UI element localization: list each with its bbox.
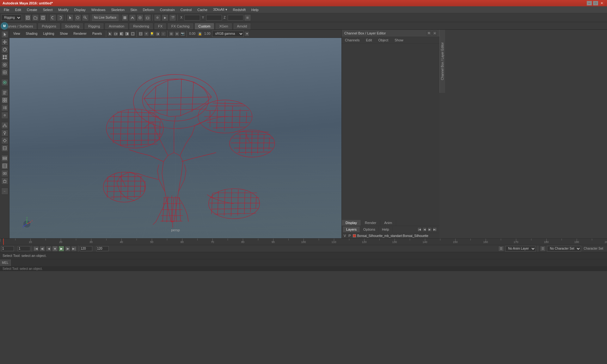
layer-name[interactable]: Bonsai_Silhouette_mb_standart:Bonsai_Sil… [357,234,428,238]
vp-select-btn[interactable] [107,31,113,36]
v-indicator[interactable]: V [343,234,346,238]
gamma-settings-btn[interactable]: ▼ [244,31,249,36]
menu-edit[interactable]: Edit [13,7,24,12]
menu-skin[interactable]: Skin [128,7,139,12]
snap-point-btn[interactable] [137,14,144,21]
viewport-renderer-menu[interactable]: Renderer [71,31,89,36]
char-set-menu-btn[interactable]: ☰ [540,246,546,252]
universal-manip-btn[interactable] [1,61,8,68]
extra-btn4[interactable] [1,178,8,185]
workspace-select[interactable]: Rigging [1,15,21,21]
menu-skeleton[interactable]: Skeleton [108,7,127,12]
vp-mode2[interactable] [125,31,130,36]
paint-select-btn[interactable] [82,14,89,21]
menu-modify[interactable]: Modify [56,7,71,12]
cb-close-btn[interactable]: ✕ [432,31,437,35]
nav-prev[interactable]: ◀ [422,227,427,232]
tab-fx[interactable]: FX [154,23,167,29]
cb-tab-channels[interactable]: Channels [342,37,363,43]
tab-rendering[interactable]: Rendering [129,23,153,29]
vp-wire-btn[interactable] [138,31,143,36]
close-button[interactable]: ✕ [599,1,604,5]
scale-tool-btn[interactable] [1,54,8,61]
extra-btn5[interactable]: – [1,188,8,195]
max-frame-input[interactable] [96,246,109,251]
menu-display[interactable]: Display [72,7,88,12]
menu-window[interactable]: Windows [89,7,108,12]
select-mode-btn[interactable] [1,31,8,38]
menu-file[interactable]: File [1,7,12,12]
rd-tab-display[interactable]: Display [342,220,361,226]
snap-curve-btn[interactable] [129,14,136,21]
xform-constraints-btn[interactable] [1,145,8,152]
extra-btn3[interactable] [1,170,8,177]
timeline-playhead[interactable] [3,239,4,245]
menu-constrain[interactable]: Constrain [157,7,177,12]
vp-snap[interactable]: ⊕ [175,31,180,36]
tab-animation[interactable]: Animation [105,23,128,29]
paint-effects-btn[interactable] [1,130,8,136]
minimize-button[interactable]: ─ [587,1,592,5]
go-to-start-btn[interactable]: |◀ [33,246,39,252]
viewport-show-menu[interactable]: Show [57,31,70,36]
redo-btn[interactable] [57,14,64,21]
z-input[interactable] [228,15,243,21]
maximize-button[interactable]: □ [593,1,598,5]
menu-3dtool[interactable]: 3DtoAll ▾ [211,7,230,12]
go-to-end-btn[interactable]: ▶| [71,246,77,252]
vp-cam[interactable]: 📷 [180,31,185,36]
ipr-render-btn[interactable]: ▶ [162,14,169,21]
range-start-input[interactable] [18,246,30,251]
outliner-btn[interactable] [1,89,8,96]
vp-light2[interactable]: 💡 [150,31,155,36]
tab-custom[interactable]: Custom [194,23,215,29]
snap-grid-btn[interactable] [121,14,128,21]
render-settings-btn[interactable]: ⚙ [154,14,161,21]
viewport-view-menu[interactable]: View [11,31,23,36]
gamma-select[interactable]: sRGB gamma [212,31,244,37]
rd-tab-render[interactable]: Render [361,220,380,226]
stop-btn[interactable]: ■ [52,246,58,252]
soft-mod-btn[interactable] [1,69,8,76]
move-tool-btn[interactable] [1,39,8,46]
attribute-editor-btn[interactable] [1,104,8,111]
tab-polygons[interactable]: Polygons [38,23,60,29]
vp-mode1[interactable] [119,31,124,36]
select-tool-btn[interactable] [67,14,74,21]
char-set-select[interactable]: No Character Set [547,246,581,252]
render-btn[interactable]: 🎬 [169,14,176,21]
vp-grid-btn[interactable]: ⊞ [169,31,174,36]
viewport-lighting-menu[interactable]: Lighting [40,31,57,36]
nav-first[interactable]: |◀ [417,227,422,232]
maya-logo[interactable]: M [1,22,8,30]
menu-help[interactable]: Help [249,7,261,12]
tab-xgen[interactable]: XGen [215,23,232,29]
cb-tab-show[interactable]: Show [391,37,407,43]
nav-next[interactable]: ▶ [427,227,432,232]
vp-camera-btn[interactable] [113,31,118,36]
lasso-select-btn[interactable] [74,14,81,21]
channel-box-btn[interactable] [1,97,8,104]
attribute-editor-tab[interactable]: Channel Box / Layer Editor [439,30,445,93]
step-back-btn[interactable]: ◀| [40,246,45,252]
x-input[interactable] [184,15,200,21]
extra-btn1[interactable] [1,155,8,162]
menu-select[interactable]: Select [40,7,55,12]
viewport-shading-menu[interactable]: Shading [23,31,40,36]
gamma-lock-btn[interactable]: 🔒 [197,31,202,36]
menu-deform[interactable]: Deform [140,7,157,12]
tool-settings-btn[interactable]: ⚙ [1,112,8,119]
undo-btn[interactable] [49,14,56,21]
viewport-panels-menu[interactable]: Panels [90,31,105,36]
menu-redshift[interactable]: Redshift [230,7,248,12]
rd-tab-anim[interactable]: Anim [380,220,396,226]
anim-layer-select[interactable]: No Anim Layer [505,246,536,252]
help-tab[interactable]: Help [379,227,393,232]
cb-float-btn[interactable]: ⧉ [427,31,431,35]
menu-control[interactable]: Control [178,7,194,12]
menu-cache[interactable]: Cache [195,7,210,12]
tab-rigging[interactable]: Rigging [84,23,104,29]
new-scene-btn[interactable] [24,14,31,21]
tab-sculpting[interactable]: Sculpting [61,23,83,29]
p-indicator[interactable]: P [348,234,351,238]
